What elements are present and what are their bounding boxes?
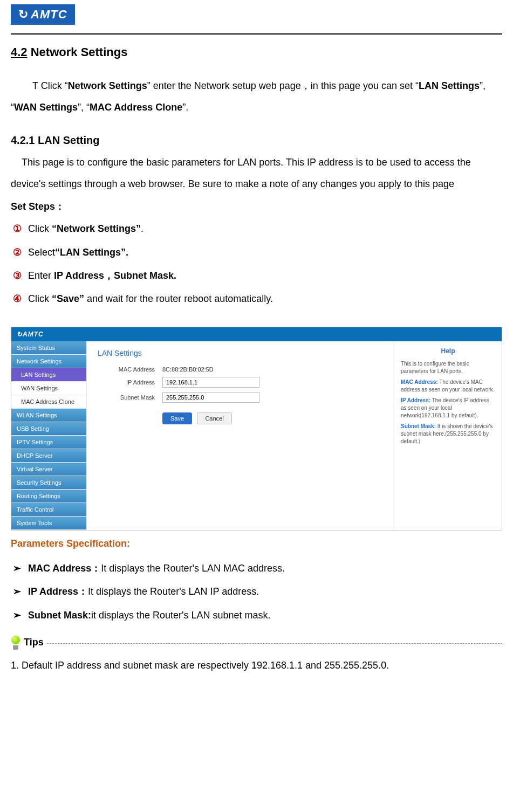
tip-1: 1. Default IP address and subnet mask ar… <box>11 655 502 677</box>
sidebar-item-wlan-settings[interactable]: WLAN Settings <box>11 409 86 422</box>
ip-label: IP Address <box>98 379 162 386</box>
sidebar-item-system-tools[interactable]: System Tools <box>11 517 86 530</box>
shot-help-panel: Help This is to configure the basic para… <box>394 341 502 530</box>
sidebar-sub-mac-clone[interactable]: MAC Address Clone <box>11 395 86 409</box>
step-4: ④Click “Save” and wait for the router re… <box>13 287 502 311</box>
lightbulb-icon <box>11 636 20 650</box>
sidebar-item-routing-settings[interactable]: Routing Settings <box>11 490 86 503</box>
tips-row: Tips <box>11 636 502 650</box>
bullet-icon: ➢ <box>13 580 28 603</box>
parameters-list: ➢MAC Address：It displays the Router's LA… <box>11 557 502 627</box>
sidebar-sub-lan-settings[interactable]: LAN Settings <box>11 368 86 382</box>
set-steps-label: Set Steps： <box>11 200 502 213</box>
bullet-icon: ➢ <box>13 604 28 627</box>
help-intro: This is to configure the basic parameter… <box>401 360 495 375</box>
dashed-divider <box>47 643 502 644</box>
sidebar-item-usb-setting[interactable]: USB Setting <box>11 422 86 436</box>
parameters-heading: Parameters Specification: <box>11 538 502 549</box>
intro-paragraph: T Click “Network Settings” enter the Net… <box>11 75 502 118</box>
sidebar-item-iptv-settings[interactable]: IPTV Settings <box>11 436 86 449</box>
help-mask-key: Subnet Mask: <box>401 423 436 429</box>
sidebar-item-network-settings[interactable]: Network Settings <box>11 355 86 368</box>
subsection-number: 4.2.1 <box>11 134 35 146</box>
brand-logo: ↻AMTC <box>11 4 75 25</box>
mask-input[interactable] <box>162 392 259 403</box>
shot-panel-title: LAN Settings <box>98 349 383 357</box>
step-number-4: ④ <box>13 287 28 311</box>
help-ip-key: IP Address: <box>401 397 430 403</box>
step-number-1: ① <box>13 217 28 240</box>
section-heading: 4.2 Network Settings <box>11 45 502 59</box>
tips-label: Tips <box>24 637 44 648</box>
bullet-icon: ➢ <box>13 557 28 580</box>
help-mac-key: MAC Address: <box>401 379 438 385</box>
param-ip: ➢IP Address：It displays the Router's LAN… <box>13 580 502 603</box>
step-number-2: ② <box>13 241 28 264</box>
step-number-3: ③ <box>13 264 28 287</box>
subsection-text: This page is to configure the basic para… <box>11 152 502 195</box>
step-3: ③Enter IP Address，Subnet Mask. <box>13 264 502 287</box>
param-mask: ➢Subnet Mask:it displays the Router's LA… <box>13 604 502 627</box>
shot-brand: AMTC <box>23 331 44 338</box>
embedded-screenshot: ↻ AMTC System Status Network Settings LA… <box>11 327 502 531</box>
sidebar-item-traffic-control[interactable]: Traffic Control <box>11 503 86 517</box>
save-button[interactable]: Save <box>162 412 192 424</box>
help-title: Help <box>401 347 495 356</box>
sidebar-sub-wan-settings[interactable]: WAN Settings <box>11 382 86 395</box>
subsection-heading: 4.2.1 LAN Setting <box>11 134 502 147</box>
section-number: 4.2 <box>11 45 28 59</box>
shot-main-panel: LAN Settings MAC Address8C:88:2B:B0:02:5… <box>87 341 394 530</box>
mac-label: MAC Address <box>98 366 162 373</box>
mask-label: Subnet Mask <box>98 394 162 401</box>
step-1: ①Click “Network Settings”. <box>13 217 502 240</box>
mac-value: 8C:88:2B:B0:02:5D <box>162 366 214 373</box>
param-mac: ➢MAC Address：It displays the Router's LA… <box>13 557 502 580</box>
sidebar-item-security-settings[interactable]: Security Settings <box>11 476 86 490</box>
shot-sidebar: System Status Network Settings LAN Setti… <box>11 341 87 530</box>
top-divider <box>11 33 502 35</box>
shot-topbar: ↻ AMTC <box>11 327 502 341</box>
subsection-title: LAN Setting <box>38 134 99 146</box>
sidebar-item-virtual-server[interactable]: Virtual Server <box>11 463 86 476</box>
brand-text: AMTC <box>31 8 67 21</box>
section-title: Network Settings <box>31 45 128 59</box>
sidebar-item-dhcp-server[interactable]: DHCP Server <box>11 449 86 463</box>
sidebar-item-system-status[interactable]: System Status <box>11 341 86 355</box>
step-list: ①Click “Network Settings”. ②Select“LAN S… <box>11 217 502 311</box>
ip-input[interactable] <box>162 377 259 388</box>
step-2: ②Select“LAN Settings”. <box>13 241 502 264</box>
cancel-button[interactable]: Cancel <box>197 412 231 424</box>
